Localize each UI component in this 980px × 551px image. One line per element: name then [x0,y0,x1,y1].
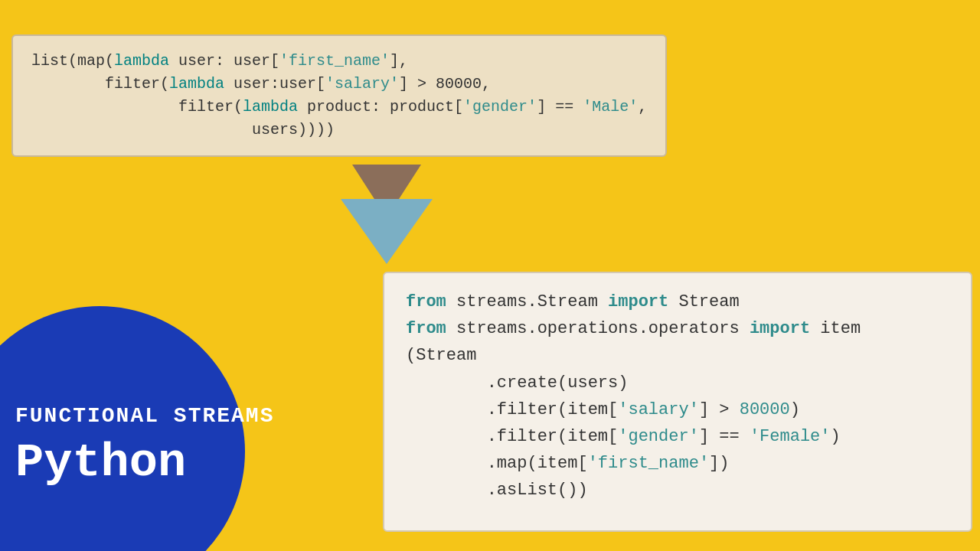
top-code-block: list(map(lambda user: user['first_name']… [11,34,667,157]
bottom-code-block: from streams.Stream import Stream from s… [383,272,972,532]
down-arrow [329,157,444,272]
bottom-code-content: from streams.Stream import Stream from s… [406,289,949,504]
circle-label: FUNCTIONAL STREAMS Python [15,403,274,490]
python-label: Python [15,435,274,490]
functional-streams-label: FUNCTIONAL STREAMS [15,403,274,429]
svg-marker-1 [341,199,433,264]
top-code-content: list(map(lambda user: user['first_name']… [31,50,647,142]
